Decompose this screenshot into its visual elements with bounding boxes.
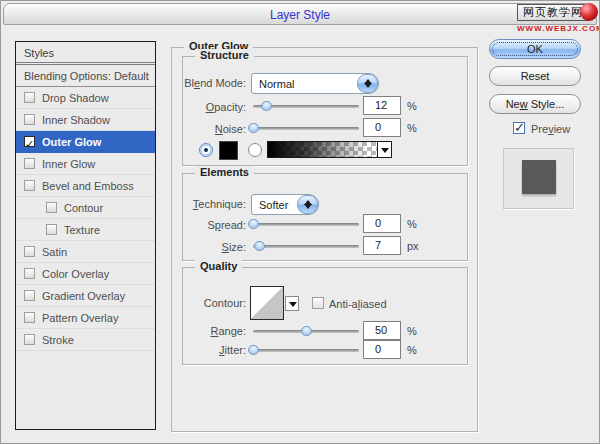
texture-checkbox[interactable] — [46, 224, 57, 235]
glow-color-radio[interactable] — [199, 143, 213, 157]
sidebar-item-label: Inner Shadow — [42, 109, 110, 131]
anti-aliased-label: Anti-aliased — [329, 298, 387, 310]
range-slider[interactable] — [253, 325, 359, 337]
opacity-slider-thumb[interactable] — [261, 101, 272, 111]
sidebar-item-color-overlay[interactable]: Color Overlay — [16, 263, 155, 285]
sidebar-item-label: Satin — [42, 241, 67, 263]
opacity-label: Opacity: — [131, 101, 246, 113]
blend-mode-select[interactable]: Normal — [251, 73, 379, 94]
color-overlay-checkbox[interactable] — [24, 268, 35, 279]
anti-aliased-checkbox[interactable] — [312, 297, 324, 309]
noise-label: Noise: — [131, 123, 246, 135]
jitter-slider[interactable] — [253, 344, 359, 356]
sidebar-item-label: Contour — [64, 197, 103, 219]
jitter-slider-thumb[interactable] — [248, 345, 259, 355]
size-unit: px — [407, 240, 419, 252]
reset-button[interactable]: Reset — [489, 66, 581, 86]
glow-color-swatch[interactable] — [219, 141, 238, 160]
glow-gradient-radio[interactable] — [248, 143, 262, 157]
outer-glow-checkbox[interactable]: ✓ — [24, 136, 35, 147]
styles-sidebar: Styles Blending Options: Default Drop Sh… — [15, 41, 156, 430]
jitter-slider-track[interactable] — [253, 349, 359, 352]
sidebar-item-label: Drop Shadow — [42, 87, 109, 109]
contour-checkbox[interactable] — [46, 202, 57, 213]
sidebar-header: Styles — [16, 42, 155, 65]
watermark-badge: 网页教学网 — [517, 4, 589, 21]
opacity-unit: % — [407, 100, 417, 112]
watermark-url: WWW.WEBJX.COM — [517, 24, 598, 33]
range-slider-thumb[interactable] — [301, 326, 312, 336]
stepper-icon[interactable] — [357, 74, 378, 93]
inner-shadow-checkbox[interactable] — [24, 114, 35, 125]
sidebar-item-inner-glow[interactable]: Inner Glow — [16, 153, 155, 175]
jitter-value-input[interactable]: 0 — [363, 340, 401, 359]
glow-gradient-picker[interactable] — [267, 141, 392, 158]
quality-legend: Quality — [195, 260, 242, 272]
technique-label: Technique: — [131, 198, 246, 210]
range-value-input[interactable]: 50 — [363, 321, 401, 340]
dialog-title: Layer Style — [4, 8, 596, 22]
size-slider[interactable] — [253, 240, 359, 252]
jitter-unit: % — [407, 344, 417, 356]
sidebar-item-label: Texture — [64, 219, 100, 241]
range-label: Range: — [131, 325, 246, 337]
blend-mode-value: Normal — [259, 78, 294, 90]
spread-value-input[interactable]: 0 — [363, 214, 401, 233]
chevron-down-icon — [289, 302, 297, 307]
drop-shadow-checkbox[interactable] — [24, 92, 35, 103]
size-slider-track[interactable] — [253, 245, 359, 248]
style-preview-panel — [503, 148, 574, 209]
watermark-ball-icon — [580, 3, 598, 21]
range-unit: % — [407, 325, 417, 337]
technique-select[interactable]: Softer — [251, 194, 319, 215]
spread-slider-thumb[interactable] — [248, 219, 259, 229]
sidebar-item-label: Stroke — [42, 329, 74, 351]
contour-label: Contour: — [131, 297, 246, 309]
stepper-icon[interactable] — [297, 195, 318, 214]
contour-dropdown-button[interactable] — [285, 296, 299, 311]
opacity-slider[interactable] — [253, 100, 359, 112]
gradient-overlay-checkbox[interactable] — [24, 290, 35, 301]
noise-slider[interactable] — [253, 122, 359, 134]
satin-checkbox[interactable] — [24, 246, 35, 257]
blend-mode-label: Blend Mode: — [131, 77, 246, 89]
opacity-value-input[interactable]: 12 — [363, 96, 401, 115]
sidebar-item-label: Gradient Overlay — [42, 285, 125, 307]
style-preview-swatch — [522, 160, 556, 194]
chevron-down-icon — [381, 148, 389, 153]
gradient-preview — [268, 142, 377, 157]
bevel-emboss-checkbox[interactable] — [24, 180, 35, 191]
check-icon: ✓ — [25, 133, 34, 155]
gradient-dropdown-button[interactable] — [377, 142, 391, 157]
noise-value-input[interactable]: 0 — [363, 118, 401, 137]
new-style-button[interactable]: New Style... — [489, 94, 581, 114]
sidebar-item-label: Color Overlay — [42, 263, 109, 285]
noise-slider-thumb[interactable] — [248, 123, 259, 133]
pattern-overlay-checkbox[interactable] — [24, 312, 35, 323]
preview-checkbox[interactable] — [513, 122, 525, 134]
title-bar[interactable]: Layer Style — [3, 3, 597, 25]
elements-legend: Elements — [195, 166, 254, 178]
spread-label: Spread: — [131, 219, 246, 231]
noise-unit: % — [407, 122, 417, 134]
sidebar-item-label: Bevel and Emboss — [42, 175, 134, 197]
contour-picker[interactable] — [250, 286, 284, 320]
size-slider-thumb[interactable] — [254, 241, 265, 251]
inner-glow-checkbox[interactable] — [24, 158, 35, 169]
sidebar-item-label: Outer Glow — [42, 131, 101, 153]
sidebar-item-label: Pattern Overlay — [42, 307, 118, 329]
preview-label: Preview — [531, 123, 570, 135]
spread-unit: % — [407, 218, 417, 230]
spread-slider-track[interactable] — [253, 223, 359, 226]
size-value-input[interactable]: 7 — [363, 236, 401, 255]
stroke-checkbox[interactable] — [24, 334, 35, 345]
sidebar-item-bevel-and-emboss[interactable]: Bevel and Emboss — [16, 175, 155, 197]
size-label: Size: — [131, 241, 246, 253]
structure-legend: Structure — [195, 49, 254, 61]
ok-button[interactable]: OK — [489, 39, 581, 59]
spread-slider[interactable] — [253, 218, 359, 230]
jitter-label: Jitter: — [131, 344, 246, 356]
sidebar-item-label: Inner Glow — [42, 153, 95, 175]
noise-slider-track[interactable] — [253, 127, 359, 130]
layer-style-dialog: Layer Style 网页教学网 WWW.WEBJX.COM Styles B… — [0, 0, 600, 444]
